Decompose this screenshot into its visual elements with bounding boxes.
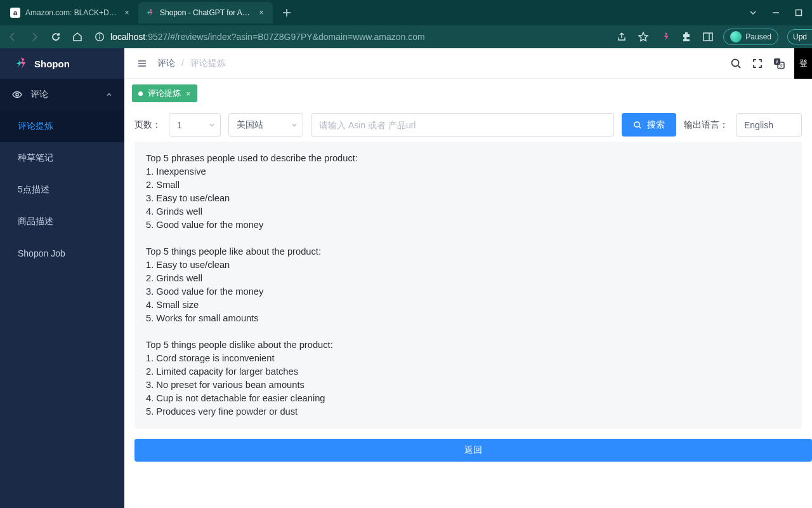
url-path: :9527/#/reviews/index?asin=B07Z8G97PY&do… — [145, 32, 424, 42]
lang-select[interactable]: English — [736, 113, 802, 137]
brand-name: Shopon — [34, 58, 70, 69]
sidebar-item-review-refine[interactable]: 评论提炼 — [0, 110, 124, 142]
profile-paused-pill[interactable]: Paused — [723, 29, 778, 45]
close-icon[interactable]: × — [186, 89, 191, 98]
chevron-down-icon — [291, 122, 298, 128]
login-badge[interactable]: 登 — [794, 48, 812, 79]
section-line: 3. Easy to use/clean — [146, 192, 790, 205]
address-bar: localhost:9527/#/reviews/index?asin=B07Z… — [0, 25, 812, 48]
section-line: 4. Cup is not detachable for easier clea… — [146, 392, 790, 405]
crumb-root[interactable]: 评论 — [157, 58, 175, 68]
section-line: 4. Grinds well — [146, 205, 790, 218]
section-line: 3. Good value for the money — [146, 285, 790, 298]
search-icon — [633, 121, 642, 130]
tab-title: Amazon.com: BLACK+DECKER — [25, 8, 117, 17]
tab-bar: a Amazon.com: BLACK+DECKER × Shopon - Ch… — [0, 0, 812, 25]
sidebar-item-label: Shopon Job — [18, 248, 65, 258]
new-tab-button[interactable] — [278, 4, 296, 22]
back-icon[interactable] — [5, 29, 20, 44]
page-tag[interactable]: 评论提炼 × — [132, 84, 197, 102]
paused-label: Paused — [745, 32, 771, 41]
update-button[interactable]: Upd — [787, 29, 812, 44]
url-field[interactable]: localhost:9527/#/reviews/index?asin=B07Z… — [91, 31, 609, 43]
chevron-down-icon[interactable] — [749, 8, 757, 17]
search-button[interactable]: 搜索 — [622, 113, 676, 137]
section-line: 3. No preset for various bean amounts — [146, 378, 790, 392]
section-line: 2. Grinds well — [146, 272, 790, 285]
amazon-favicon-icon: a — [10, 8, 20, 18]
fullscreen-icon[interactable] — [751, 57, 764, 70]
sidebar-item-label: 种草笔记 — [18, 152, 53, 164]
result-panel: Top 5 phrases people used to describe th… — [134, 142, 802, 429]
window-controls — [749, 8, 812, 17]
tab-title: Shopon - ChatGPT for Amazon — [160, 8, 251, 17]
back-button[interactable]: 返回 — [134, 439, 812, 462]
eye-icon — [11, 89, 23, 100]
sidebar-item-five-points[interactable]: 5点描述 — [0, 174, 124, 206]
page-label: 页数： — [134, 119, 161, 131]
svg-point-5 — [732, 59, 739, 66]
site-value: 美国站 — [237, 119, 263, 131]
svg-point-4 — [16, 93, 18, 96]
lang-label: 输出语言： — [684, 119, 728, 131]
sidebar-item-shopon-job[interactable]: Shopon Job — [0, 237, 124, 269]
star-icon[interactable] — [637, 30, 650, 43]
section-heading: Top 5 phrases people used to describe th… — [146, 152, 790, 165]
section-line: 1. Inexpensive — [146, 165, 790, 178]
search-input-field[interactable] — [319, 120, 606, 130]
brand[interactable]: Shopon — [0, 48, 124, 79]
toolbar: 页数： 1 美国站 搜索 输出语言： English — [124, 108, 812, 142]
browser-tab-amazon[interactable]: a Amazon.com: BLACK+DECKER × — [4, 2, 138, 23]
sidepanel-icon[interactable] — [702, 30, 714, 43]
page-select[interactable]: 1 — [169, 113, 221, 137]
section-line: 2. Limited capacity for larger batches — [146, 365, 790, 378]
crumb-current: 评论提炼 — [190, 58, 226, 68]
sidebar-item-product-desc[interactable]: 商品描述 — [0, 206, 124, 237]
site-select[interactable]: 美国站 — [228, 113, 303, 137]
svg-point-2 — [99, 34, 100, 36]
search-icon[interactable] — [730, 57, 742, 70]
translate-icon[interactable]: A文 — [773, 57, 785, 70]
home-icon[interactable] — [70, 29, 85, 44]
shopon-favicon-icon — [145, 8, 155, 18]
close-icon[interactable]: × — [122, 8, 132, 18]
section-line: 5. Produces very fine powder or dust — [146, 405, 790, 418]
site-info-icon[interactable] — [94, 31, 105, 43]
result-section: Top 5 phrases people used to describe th… — [146, 152, 790, 232]
browser-chrome: a Amazon.com: BLACK+DECKER × Shopon - Ch… — [0, 0, 812, 48]
reload-icon[interactable] — [48, 29, 63, 44]
svg-rect-3 — [704, 33, 712, 41]
shopon-ext-icon[interactable] — [658, 30, 671, 43]
share-icon[interactable] — [615, 30, 628, 43]
sidebar-group-reviews[interactable]: 评论 — [0, 79, 124, 110]
forward-icon[interactable] — [27, 29, 42, 44]
page-value: 1 — [177, 120, 182, 130]
sidebar-item-label: 5点描述 — [18, 184, 49, 196]
breadcrumb: 评论 / 评论提炼 — [157, 58, 226, 69]
chevron-up-icon — [105, 91, 113, 98]
extensions-icon[interactable] — [680, 30, 693, 43]
sidebar-item-grass-notes[interactable]: 种草笔记 — [0, 142, 124, 174]
sidebar-item-label: 评论提炼 — [18, 121, 53, 132]
section-line: 1. Easy to use/clean — [146, 258, 790, 272]
collapse-sidebar-icon[interactable] — [136, 57, 148, 70]
section-line: 4. Small size — [146, 298, 790, 312]
sidebar: Shopon 评论 评论提炼 种草笔记 5点描述 商品描述 Shopon Job — [0, 48, 124, 508]
svg-rect-0 — [796, 10, 802, 16]
search-input[interactable] — [311, 113, 614, 137]
svg-text:文: 文 — [779, 64, 783, 68]
svg-point-10 — [634, 122, 639, 127]
close-icon[interactable]: × — [256, 8, 266, 18]
sidebar-group-label: 评论 — [30, 89, 48, 100]
topbar: 评论 / 评论提炼 A文 登 — [124, 48, 812, 79]
section-line: 1. Cord storage is inconvenient — [146, 352, 790, 365]
tag-strip: 评论提炼 × — [124, 79, 812, 108]
section-line: 5. Good value for the money — [146, 218, 790, 232]
url-host: localhost — [110, 32, 145, 42]
search-button-label: 搜索 — [647, 119, 665, 131]
chevron-down-icon — [209, 122, 215, 128]
section-line: 2. Small — [146, 178, 790, 192]
maximize-icon[interactable] — [794, 8, 803, 17]
browser-tab-shopon[interactable]: Shopon - ChatGPT for Amazon × — [138, 2, 273, 23]
minimize-icon[interactable] — [771, 8, 780, 17]
